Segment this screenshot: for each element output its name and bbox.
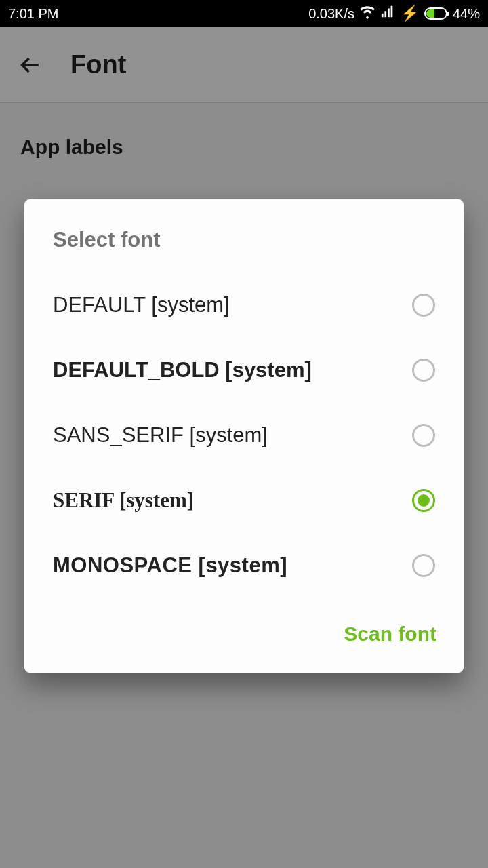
radio-icon: [412, 294, 435, 317]
font-option-label: DEFAULT [system]: [53, 293, 230, 317]
dialog-title: Select font: [24, 228, 464, 273]
font-option-monospace[interactable]: MONOSPACE [system]: [24, 533, 464, 598]
dialog-actions: Scan font: [24, 598, 464, 652]
charging-icon: ⚡: [401, 5, 419, 22]
status-bar: 7:01 PM 0.03K/s ⚡ 44%: [0, 0, 488, 27]
status-time: 7:01 PM: [8, 6, 58, 22]
battery-icon: [424, 7, 447, 20]
font-option-label: SANS_SERIF [system]: [53, 423, 268, 448]
page-background: Font App labels Select font DEFAULT [sys…: [0, 27, 488, 868]
font-option-serif[interactable]: SERIF [system]: [24, 468, 464, 533]
status-battery-pct: 44%: [453, 6, 480, 22]
font-option-label: DEFAULT_BOLD [system]: [53, 358, 312, 382]
radio-icon-selected: [412, 489, 435, 512]
font-option-label: MONOSPACE [system]: [53, 553, 287, 578]
font-select-dialog: Select font DEFAULT [system] DEFAULT_BOL…: [24, 199, 464, 673]
font-option-sans-serif[interactable]: SANS_SERIF [system]: [24, 403, 464, 468]
radio-icon: [412, 359, 435, 382]
radio-icon: [412, 424, 435, 447]
radio-icon: [412, 554, 435, 577]
scan-font-button[interactable]: Scan font: [344, 623, 436, 646]
font-option-label: SERIF [system]: [53, 488, 194, 513]
status-net-speed: 0.03K/s: [308, 6, 354, 22]
font-option-default[interactable]: DEFAULT [system]: [24, 273, 464, 338]
signal-icon: [380, 5, 395, 23]
font-option-list: DEFAULT [system] DEFAULT_BOLD [system] S…: [24, 273, 464, 598]
wifi-icon: [360, 5, 375, 23]
font-option-default-bold[interactable]: DEFAULT_BOLD [system]: [24, 338, 464, 403]
